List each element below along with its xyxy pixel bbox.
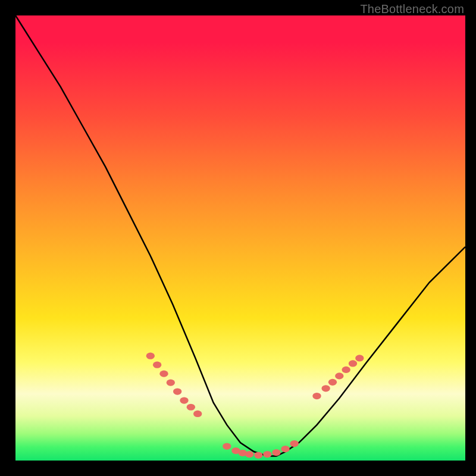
highlight-dot (263, 451, 271, 458)
highlight-dots-valley (223, 440, 299, 459)
highlight-dot (272, 449, 280, 456)
highlight-dot (349, 360, 357, 367)
highlight-dots-left (146, 353, 202, 417)
highlight-dot (159, 371, 168, 377)
highlight-dot (146, 353, 155, 359)
highlight-dot (254, 452, 262, 458)
plot-area (15, 15, 465, 461)
highlight-dot (193, 411, 202, 417)
highlight-dot (335, 372, 343, 379)
highlight-dot (328, 379, 337, 386)
highlight-dot (187, 404, 195, 411)
curve-svg (15, 15, 465, 461)
highlight-dot (173, 388, 181, 394)
highlight-dot (342, 367, 350, 373)
highlight-dot (245, 451, 253, 458)
watermark-label: TheBottleneck.com (360, 2, 464, 16)
highlight-dot (321, 385, 330, 392)
highlight-dot (167, 379, 175, 386)
highlight-dot (281, 446, 289, 452)
highlight-dot (223, 443, 231, 449)
highlight-dot (290, 440, 299, 447)
highlight-dot (355, 355, 364, 361)
highlight-dot (153, 362, 161, 368)
highlight-dot (312, 393, 321, 399)
chart-frame: TheBottleneck.com (0, 0, 476, 476)
bottleneck-curve-path (15, 15, 465, 456)
highlight-dot (180, 397, 188, 403)
